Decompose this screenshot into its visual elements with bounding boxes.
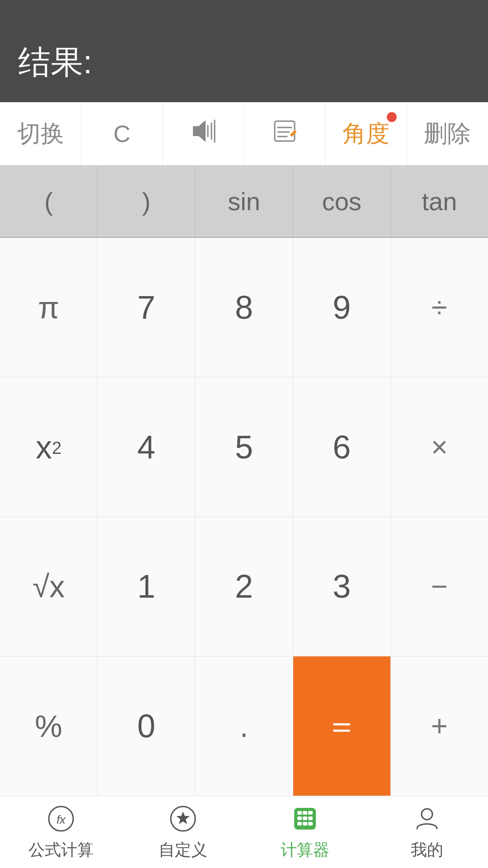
- scientific-row: ( ) sin cos tan: [0, 165, 488, 238]
- svg-point-22: [422, 809, 432, 820]
- five-button[interactable]: 5: [195, 377, 293, 517]
- sqrt-button[interactable]: √x: [0, 517, 98, 656]
- percent-label: %: [35, 708, 62, 744]
- red-dot-indicator: [387, 112, 397, 122]
- delete-button[interactable]: 删除: [407, 102, 488, 165]
- divide-button[interactable]: ÷: [391, 238, 488, 377]
- numpad-row-4: % 0 . ＝ +: [0, 656, 488, 796]
- sound-icon: [190, 118, 217, 150]
- bottom-nav: fx 公式计算 自定义: [0, 796, 488, 868]
- subtract-label: −: [431, 570, 448, 603]
- decimal-button[interactable]: .: [195, 656, 293, 796]
- decimal-label: .: [240, 708, 249, 744]
- switch-button[interactable]: 切换: [0, 102, 81, 165]
- svg-marker-0: [193, 121, 205, 141]
- controls-row: 切换 C 角度 删除: [0, 102, 488, 165]
- eight-label: 8: [235, 289, 253, 326]
- nine-label: 9: [333, 289, 351, 326]
- seven-button[interactable]: 7: [98, 238, 195, 377]
- numpad-row-3: √x 1 2 3 −: [0, 517, 488, 657]
- subtract-button[interactable]: −: [391, 517, 488, 656]
- percent-button[interactable]: %: [0, 656, 98, 796]
- sound-button[interactable]: [163, 102, 244, 165]
- zero-button[interactable]: 0: [98, 656, 195, 796]
- cos-button[interactable]: cos: [293, 165, 391, 237]
- svg-rect-13: [297, 811, 302, 815]
- tan-button[interactable]: tan: [391, 165, 488, 237]
- angle-label: 角度: [343, 118, 389, 150]
- status-bar: [0, 0, 488, 27]
- delete-label: 删除: [424, 118, 471, 150]
- four-button[interactable]: 4: [98, 377, 195, 517]
- seven-label: 7: [137, 289, 155, 326]
- open-paren-button[interactable]: (: [0, 165, 98, 237]
- close-paren-label: ): [142, 187, 150, 216]
- switch-label: 切换: [17, 118, 64, 150]
- close-paren-button[interactable]: ): [98, 165, 195, 237]
- mine-nav-label: 我的: [411, 839, 443, 861]
- calculator-nav-label: 计算器: [281, 839, 329, 861]
- nav-formula[interactable]: fx 公式计算: [0, 796, 122, 868]
- tan-label: tan: [422, 187, 457, 216]
- numpad: π 7 8 9 ÷ x2 4 5 6 ×: [0, 238, 488, 796]
- divide-label: ÷: [432, 291, 447, 324]
- square-label: x2: [36, 429, 61, 466]
- four-label: 4: [137, 429, 155, 466]
- six-button[interactable]: 6: [293, 377, 391, 517]
- custom-nav-label: 自定义: [159, 839, 207, 861]
- svg-rect-19: [297, 822, 302, 826]
- edit-icon: [271, 118, 298, 150]
- sin-button[interactable]: sin: [195, 165, 293, 237]
- svg-text:fx: fx: [56, 813, 66, 826]
- square-button[interactable]: x2: [0, 377, 98, 517]
- svg-rect-18: [308, 816, 313, 820]
- formula-nav-label: 公式计算: [28, 839, 94, 861]
- svg-rect-16: [297, 816, 302, 820]
- add-label: +: [431, 709, 448, 743]
- two-label: 2: [235, 568, 253, 605]
- multiply-button[interactable]: ×: [391, 377, 488, 517]
- add-button[interactable]: +: [391, 656, 488, 796]
- five-label: 5: [235, 429, 253, 466]
- formula-icon: fx: [45, 803, 77, 835]
- six-label: 6: [333, 429, 351, 466]
- svg-marker-11: [176, 811, 190, 824]
- equals-button[interactable]: ＝: [293, 656, 391, 796]
- two-button[interactable]: 2: [195, 517, 293, 656]
- nav-calculator[interactable]: 计算器: [244, 796, 366, 868]
- svg-rect-15: [308, 811, 313, 815]
- one-label: 1: [137, 568, 155, 605]
- calculator-icon: [289, 803, 321, 835]
- numpad-row-2: x2 4 5 6 ×: [0, 377, 488, 517]
- edit-button[interactable]: [244, 102, 326, 165]
- nav-mine[interactable]: 我的: [366, 796, 488, 868]
- cos-label: cos: [322, 187, 361, 216]
- nav-custom[interactable]: 自定义: [122, 796, 244, 868]
- one-button[interactable]: 1: [98, 517, 195, 656]
- zero-label: 0: [137, 708, 155, 745]
- three-button[interactable]: 3: [293, 517, 391, 656]
- mine-icon: [411, 803, 443, 835]
- result-label: 结果:: [18, 41, 92, 84]
- multiply-label: ×: [431, 430, 448, 464]
- result-area: 结果:: [0, 27, 488, 102]
- svg-rect-21: [308, 822, 313, 826]
- eight-button[interactable]: 8: [195, 238, 293, 377]
- open-paren-label: (: [44, 187, 53, 216]
- custom-icon: [167, 803, 199, 835]
- clear-label: C: [113, 120, 131, 147]
- three-label: 3: [333, 568, 351, 605]
- sin-label: sin: [228, 187, 260, 216]
- pi-button[interactable]: π: [0, 238, 98, 377]
- pi-label: π: [38, 290, 59, 325]
- sqrt-label: √x: [33, 569, 65, 604]
- nine-button[interactable]: 9: [293, 238, 391, 377]
- svg-rect-17: [303, 816, 307, 820]
- svg-rect-4: [275, 121, 295, 141]
- svg-rect-14: [303, 811, 307, 815]
- numpad-row-1: π 7 8 9 ÷: [0, 238, 488, 377]
- angle-button[interactable]: 角度: [326, 102, 407, 165]
- svg-rect-20: [303, 822, 307, 826]
- clear-button[interactable]: C: [81, 102, 163, 165]
- equals-label: ＝: [325, 704, 358, 748]
